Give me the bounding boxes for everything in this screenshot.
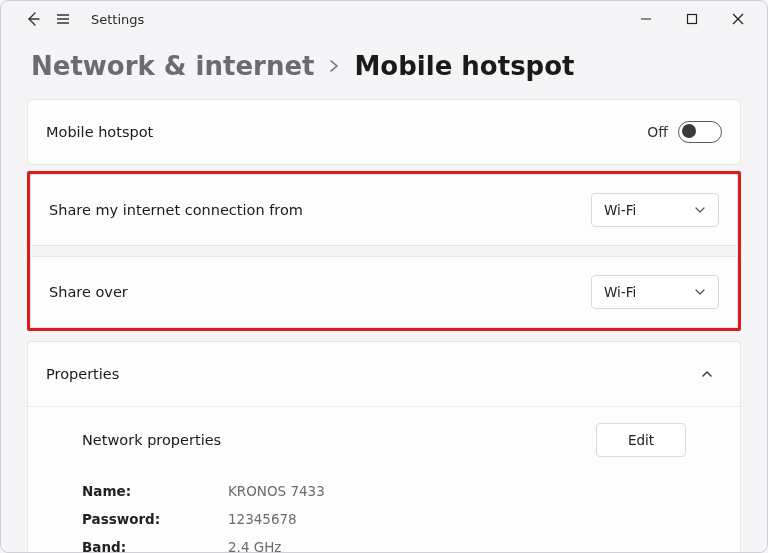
share-from-label: Share my internet connection from [49,202,303,218]
chevron-down-icon [694,204,706,216]
properties-header: Properties [46,366,119,382]
share-over-value: Wi-Fi [604,284,636,300]
network-properties-title: Network properties [82,432,221,448]
property-row-password: Password: 12345678 [82,505,722,533]
share-over-row: Share over Wi-Fi [30,256,738,328]
property-row-name: Name: KRONOS 7433 [82,477,722,505]
share-over-dropdown[interactable]: Wi-Fi [591,275,719,309]
svg-rect-5 [688,15,697,24]
chevron-up-icon [700,367,714,381]
properties-header-row[interactable]: Properties [28,342,740,406]
back-icon[interactable] [25,11,41,27]
edit-button[interactable]: Edit [596,423,686,457]
hotspot-toggle-row: Mobile hotspot Off [27,99,741,165]
share-from-row: Share my internet connection from Wi-Fi [30,174,738,246]
titlebar: Settings [1,1,767,37]
breadcrumb-current: Mobile hotspot [354,51,574,81]
breadcrumb: Network & internet Mobile hotspot [1,37,767,99]
app-title: Settings [91,12,144,27]
property-password-key: Password: [82,511,228,527]
property-name-value: KRONOS 7433 [228,483,325,499]
property-band-value: 2.4 GHz [228,539,281,553]
properties-section: Properties Network properties Edit Name:… [27,341,741,553]
maximize-icon[interactable] [669,3,715,35]
hotspot-toggle[interactable] [678,121,722,143]
minimize-icon[interactable] [623,3,669,35]
share-from-dropdown[interactable]: Wi-Fi [591,193,719,227]
share-over-label: Share over [49,284,128,300]
property-name-key: Name: [82,483,228,499]
property-band-key: Band: [82,539,228,553]
breadcrumb-parent[interactable]: Network & internet [31,51,314,81]
chevron-right-icon [328,59,340,73]
toggle-state-label: Off [647,124,668,140]
chevron-down-icon [694,286,706,298]
share-from-value: Wi-Fi [604,202,636,218]
property-password-value: 12345678 [228,511,297,527]
hotspot-label: Mobile hotspot [46,124,153,140]
highlighted-section: Share my internet connection from Wi-Fi … [27,171,741,331]
menu-icon[interactable] [55,11,71,27]
close-icon[interactable] [715,3,761,35]
property-row-band: Band: 2.4 GHz [82,533,722,553]
